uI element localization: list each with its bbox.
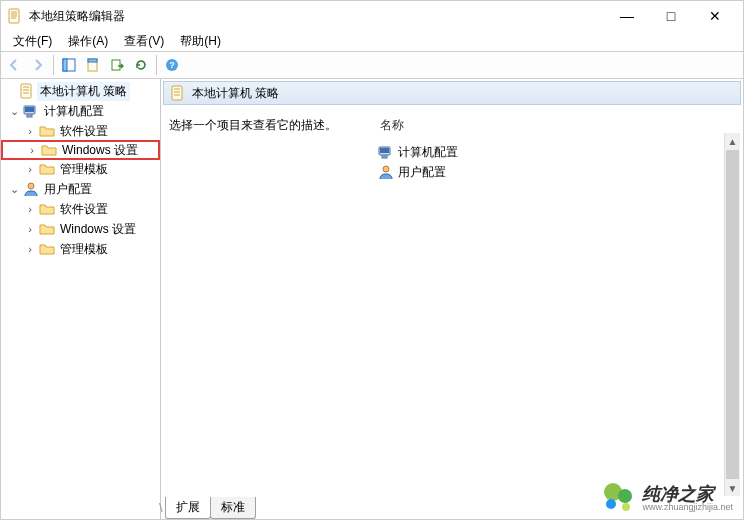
expand-icon[interactable]: › (23, 223, 37, 235)
svg-rect-20 (172, 86, 182, 100)
expand-icon[interactable]: › (23, 243, 37, 255)
name-column-header[interactable]: 名称 (378, 117, 735, 134)
menu-help[interactable]: 帮助(H) (172, 31, 229, 52)
maximize-button[interactable]: □ (649, 1, 693, 31)
tree-windows-settings[interactable]: › Windows 设置 (1, 140, 160, 160)
folder-icon (39, 221, 55, 237)
user-icon (23, 181, 39, 197)
tree-user-config[interactable]: ⌄ 用户配置 (1, 179, 160, 199)
svg-point-27 (383, 166, 389, 172)
content-header-title: 本地计算机 策略 (192, 85, 279, 102)
minimize-button[interactable]: — (605, 1, 649, 31)
toolbar-separator (156, 55, 157, 75)
policy-icon (170, 85, 186, 101)
help-button[interactable]: ? (161, 54, 183, 76)
titlebar: 本地组策略编辑器 — □ ✕ (1, 1, 743, 31)
result-pane: 本地计算机 策略 选择一个项目来查看它的描述。 名称 计算机配置 用户配置 (161, 79, 743, 519)
window-title: 本地组策略编辑器 (29, 8, 605, 25)
menu-view[interactable]: 查看(V) (116, 31, 172, 52)
user-icon (378, 164, 394, 180)
watermark: 纯净之家 www.zhuangjizhijia.net (600, 483, 733, 513)
tree-label: Windows 设置 (59, 141, 141, 160)
list-item-label: 计算机配置 (398, 144, 458, 161)
folder-icon (39, 123, 55, 139)
tree-label: 软件设置 (57, 200, 111, 219)
svg-rect-25 (380, 148, 389, 153)
toolbar: ? (1, 51, 743, 79)
export-list-button[interactable] (106, 54, 128, 76)
content-header: 本地计算机 策略 (163, 81, 741, 105)
watermark-url: www.zhuangjizhijia.net (642, 503, 733, 512)
vertical-scrollbar[interactable]: ▲ ▼ (724, 133, 740, 496)
close-button[interactable]: ✕ (693, 1, 737, 31)
tree-label: 软件设置 (57, 122, 111, 141)
window-controls: — □ ✕ (605, 1, 737, 31)
folder-icon (39, 161, 55, 177)
svg-rect-18 (27, 115, 32, 117)
tree-label: 计算机配置 (41, 102, 107, 121)
show-hide-tree-button[interactable] (58, 54, 80, 76)
tree-label: Windows 设置 (57, 220, 139, 239)
svg-text:?: ? (169, 60, 175, 70)
svg-rect-17 (25, 107, 34, 112)
refresh-button[interactable] (130, 54, 152, 76)
svg-rect-9 (112, 60, 120, 70)
svg-rect-12 (21, 84, 31, 98)
menu-file[interactable]: 文件(F) (5, 31, 60, 52)
folder-icon (39, 201, 55, 217)
expand-icon[interactable]: › (23, 203, 37, 215)
description-prompt: 选择一个项目来查看它的描述。 (169, 117, 369, 134)
svg-rect-26 (382, 156, 387, 158)
collapse-icon[interactable]: ⌄ (7, 183, 21, 196)
watermark-logo-icon (600, 483, 636, 513)
svg-rect-8 (88, 59, 97, 62)
tree-label: 管理模板 (57, 240, 111, 259)
forward-button[interactable] (27, 54, 49, 76)
console-tree[interactable]: 本地计算机 策略 ⌄ 计算机配置 › 软件设置 › Windows 设置 › 管 (1, 79, 161, 519)
menu-action[interactable]: 操作(A) (60, 31, 116, 52)
list-item-label: 用户配置 (398, 164, 446, 181)
expand-icon[interactable]: › (25, 144, 39, 156)
list-item-computer-config[interactable]: 计算机配置 (378, 142, 735, 162)
menubar: 文件(F) 操作(A) 查看(V) 帮助(H) (1, 31, 743, 51)
tab-standard[interactable]: 标准 (210, 497, 256, 519)
tree-label: 用户配置 (41, 180, 95, 199)
tree-software-settings[interactable]: › 软件设置 (1, 121, 160, 141)
tab-extended[interactable]: 扩展 (165, 497, 211, 519)
svg-rect-6 (63, 59, 67, 71)
tree-admin-templates[interactable]: › 管理模板 (1, 159, 160, 179)
computer-icon (23, 103, 39, 119)
app-icon (7, 8, 23, 24)
tree-user-software-settings[interactable]: › 软件设置 (1, 199, 160, 219)
folder-icon (39, 241, 55, 257)
list-item-user-config[interactable]: 用户配置 (378, 162, 735, 182)
tree-label: 管理模板 (57, 160, 111, 179)
tree-user-windows-settings[interactable]: › Windows 设置 (1, 219, 160, 239)
scroll-thumb[interactable] (726, 150, 739, 479)
watermark-text: 纯净之家 (642, 485, 733, 503)
expand-icon[interactable]: › (23, 163, 37, 175)
tree-root[interactable]: 本地计算机 策略 (1, 81, 160, 101)
tree-computer-config[interactable]: ⌄ 计算机配置 (1, 101, 160, 121)
folder-icon (41, 142, 57, 158)
back-button[interactable] (3, 54, 25, 76)
tree-user-admin-templates[interactable]: › 管理模板 (1, 239, 160, 259)
scroll-up-icon[interactable]: ▲ (725, 133, 740, 149)
tree-root-label: 本地计算机 策略 (37, 82, 130, 101)
toolbar-separator (53, 55, 54, 75)
collapse-icon[interactable]: ⌄ (7, 105, 21, 118)
policy-icon (19, 83, 35, 99)
computer-icon (378, 144, 394, 160)
properties-button[interactable] (82, 54, 104, 76)
expand-icon[interactable]: › (23, 125, 37, 137)
svg-point-19 (28, 183, 34, 189)
